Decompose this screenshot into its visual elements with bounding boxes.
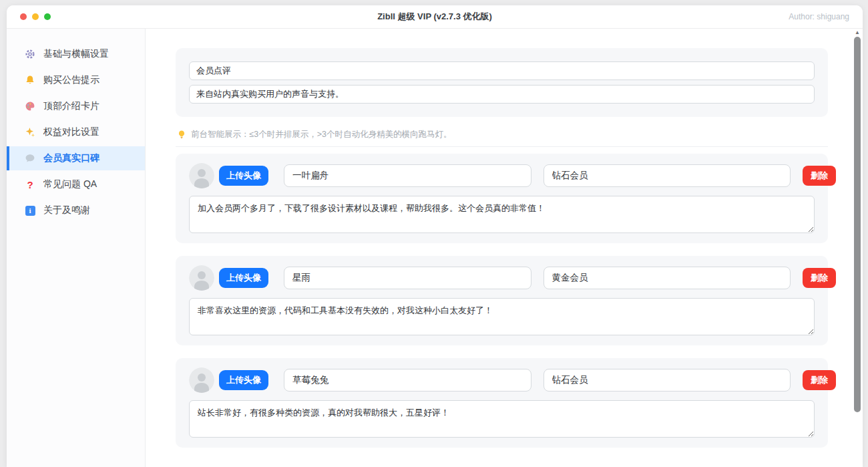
author-label: Author: shiguang [789, 12, 863, 21]
delete-testimonial-button[interactable]: 删除 [803, 370, 836, 390]
sidebar-item-label: 关于及鸣谢 [43, 204, 90, 216]
window-controls [7, 13, 51, 20]
scroll-up-arrow-icon[interactable]: ▲ [853, 29, 861, 36]
testimonial-card: 上传头像 删除 [176, 154, 828, 243]
sidebar-item-label: 顶部介绍卡片 [43, 100, 99, 112]
section-subtitle-input[interactable] [189, 85, 815, 104]
question-icon: ? [24, 178, 36, 190]
content-area: 前台智能展示：≤3个时并排展示，>3个时自动化身精美的横向跑马灯。 上传头像 删… [146, 29, 863, 467]
sidebar-item-label: 会员真实口碑 [43, 152, 99, 164]
upload-avatar-button[interactable]: 上传头像 [219, 370, 268, 390]
sparkle-icon [24, 126, 36, 138]
window-title: Zibll 超级 VIP (v2.7.3 优化版) [377, 11, 492, 23]
lightbulb-icon [177, 130, 186, 140]
sidebar-item-member-testimonials[interactable]: 会员真实口碑 [7, 146, 145, 170]
avatar [189, 163, 214, 188]
member-badge-input[interactable] [544, 369, 791, 392]
speech-bubble-icon [24, 152, 36, 164]
bell-icon [24, 74, 36, 86]
testimonial-comment-textarea[interactable] [189, 298, 815, 335]
close-window-button[interactable] [20, 13, 27, 20]
section-header-card [176, 48, 828, 117]
member-name-input[interactable] [284, 267, 531, 289]
section-title-input[interactable] [189, 61, 815, 80]
sidebar-item-label: 常见问题 QA [43, 178, 97, 190]
info-icon: i [24, 204, 36, 216]
sidebar-item-label: 基础与横幅设置 [43, 48, 109, 60]
sidebar-item-benefits-comparison[interactable]: 权益对比设置 [7, 120, 145, 144]
sidebar-item-faq[interactable]: ? 常见问题 QA [7, 172, 145, 196]
minimize-window-button[interactable] [32, 13, 39, 20]
member-badge-input[interactable] [544, 164, 791, 187]
member-name-input[interactable] [284, 369, 531, 392]
divider [176, 146, 828, 147]
avatar [189, 367, 214, 393]
sidebar-item-label: 购买公告提示 [43, 74, 99, 86]
window-header: Zibll 超级 VIP (v2.7.3 优化版) Author: shigua… [7, 5, 863, 29]
sidebar-item-top-intro-card[interactable]: 顶部介绍卡片 [7, 94, 145, 118]
maximize-window-button[interactable] [44, 13, 51, 20]
display-hint: 前台智能展示：≤3个时并排展示，>3个时自动化身精美的横向跑马灯。 [177, 129, 828, 140]
testimonial-card: 上传头像 删除 [176, 358, 828, 448]
sidebar-item-purchase-notice[interactable]: 购买公告提示 [7, 68, 145, 92]
delete-testimonial-button[interactable]: 删除 [803, 268, 836, 288]
app-window: Zibll 超级 VIP (v2.7.3 优化版) Author: shigua… [7, 5, 863, 467]
gear-icon [24, 48, 36, 60]
member-name-input[interactable] [284, 164, 531, 187]
sidebar-item-about-credits[interactable]: i 关于及鸣谢 [7, 198, 145, 222]
member-badge-input[interactable] [544, 267, 791, 289]
testimonial-comment-textarea[interactable] [189, 400, 815, 438]
testimonial-comment-textarea[interactable] [189, 196, 815, 233]
sidebar-item-basic-banner-settings[interactable]: 基础与横幅设置 [7, 42, 145, 66]
testimonial-card: 上传头像 删除 [176, 256, 828, 345]
scrollbar[interactable]: ▲ [853, 29, 861, 467]
upload-avatar-button[interactable]: 上传头像 [219, 268, 268, 288]
display-hint-text: 前台智能展示：≤3个时并排展示，>3个时自动化身精美的横向跑马灯。 [191, 129, 452, 140]
sidebar: 基础与横幅设置 购买公告提示 顶部介绍卡片 权益对比设置 [7, 29, 146, 467]
avatar [189, 265, 214, 291]
delete-testimonial-button[interactable]: 删除 [803, 166, 836, 186]
palette-icon [24, 100, 36, 112]
upload-avatar-button[interactable]: 上传头像 [219, 166, 268, 186]
scrollbar-thumb[interactable] [854, 37, 861, 412]
sidebar-item-label: 权益对比设置 [43, 126, 99, 138]
